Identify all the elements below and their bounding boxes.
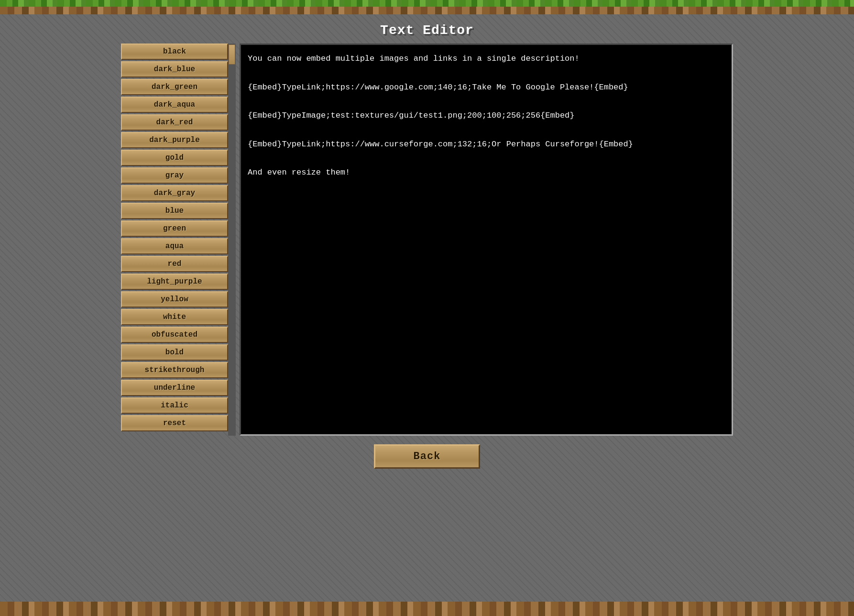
color-item-dark_aqua[interactable]: dark_aqua <box>121 97 228 113</box>
color-item-reset[interactable]: reset <box>121 415 228 431</box>
color-item-gold[interactable]: gold <box>121 150 228 166</box>
bottom-buttons: Back <box>0 436 854 469</box>
color-item-dark_red[interactable]: dark_red <box>121 114 228 131</box>
color-item-green[interactable]: green <box>121 220 228 237</box>
scrollbar[interactable] <box>228 44 236 436</box>
color-item-dark_purple[interactable]: dark_purple <box>121 132 228 148</box>
dirt-strip <box>0 7 854 14</box>
editor-container: blackdark_bluedark_greendark_aquadark_re… <box>121 44 733 436</box>
page-title: Text Editor <box>0 14 854 44</box>
color-item-blue[interactable]: blue <box>121 203 228 219</box>
color-item-dark_blue[interactable]: dark_blue <box>121 61 228 77</box>
color-item-red[interactable]: red <box>121 256 228 272</box>
color-list-wrapper: blackdark_bluedark_greendark_aquadark_re… <box>121 44 236 436</box>
color-item-black[interactable]: black <box>121 44 228 60</box>
grass-strip <box>0 0 854 7</box>
color-item-obfuscated[interactable]: obfuscated <box>121 327 228 343</box>
top-bar <box>0 0 854 14</box>
color-item-dark_gray[interactable]: dark_gray <box>121 185 228 201</box>
text-editor-area[interactable]: You can now embed multiple images and li… <box>240 44 733 436</box>
color-item-white[interactable]: white <box>121 309 228 325</box>
color-item-dark_green[interactable]: dark_green <box>121 79 228 95</box>
color-item-underline[interactable]: underline <box>121 380 228 396</box>
bottom-bar <box>0 602 854 616</box>
color-item-yellow[interactable]: yellow <box>121 291 228 308</box>
back-button[interactable]: Back <box>374 444 481 469</box>
color-item-gray[interactable]: gray <box>121 167 228 184</box>
color-item-aqua[interactable]: aqua <box>121 238 228 254</box>
color-item-light_purple[interactable]: light_purple <box>121 274 228 290</box>
color-item-bold[interactable]: bold <box>121 344 228 361</box>
color-item-italic[interactable]: italic <box>121 397 228 414</box>
color-list: blackdark_bluedark_greendark_aquadark_re… <box>121 44 228 436</box>
color-item-strikethrough[interactable]: strikethrough <box>121 362 228 378</box>
main-background: Text Editor blackdark_bluedark_greendark… <box>0 14 854 602</box>
scrollbar-thumb[interactable] <box>229 44 235 65</box>
